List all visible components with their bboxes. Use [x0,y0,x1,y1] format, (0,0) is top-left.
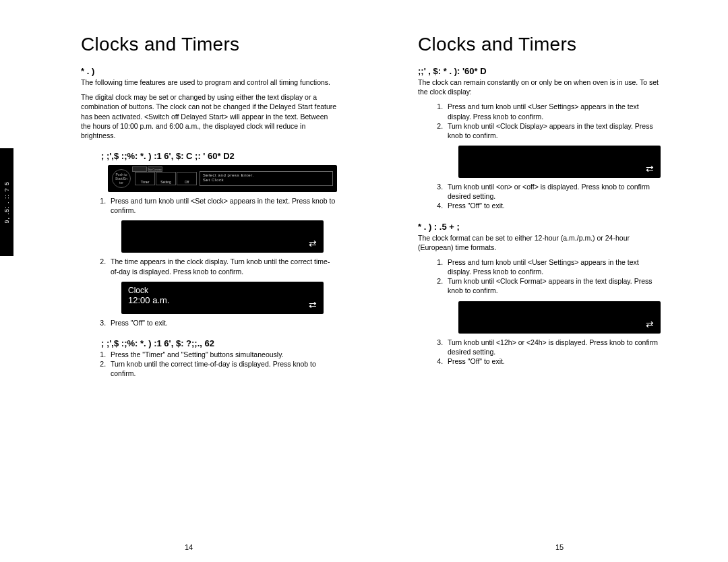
step-tf4: Press "Off" to exit. [445,356,661,366]
knob-start-enter: Push to Start/En ter [112,169,131,188]
steps-clock-display-1: Press and turn knob until <User Settings… [418,102,661,140]
page-number: 14 [185,543,193,551]
screen-line1: Select and press Enter. [203,173,330,178]
step-b1: Press the "Timer" and "Setting" buttons … [108,350,337,359]
deck-top-buttons: No Convec [132,166,162,172]
steps-set-clock-a: Press and turn knob until <Set clock> ap… [81,196,337,215]
display-blank-3: ⇄ [458,301,661,334]
page-title: Clocks and Timers [81,34,337,55]
page-left: 9, .5: . :: ? 5 Clocks and Timers * . ) … [0,0,377,562]
swap-arrows-icon: ⇄ [309,299,317,310]
step-a2: The time appears in the clock display. T… [108,257,337,276]
step-tf2: Turn knob until <Clock Format> appears i… [445,276,661,295]
deck-top-no-convec: No Convec [148,166,162,172]
steps-set-clock-a3: Press "Off" to exit. [81,318,337,327]
steps-clock-display-2: Turn knob until <on> or <off> is display… [418,182,661,211]
page-title: Clocks and Timers [418,34,661,55]
side-tab-left: 9, .5: . :: ? 5 [0,148,13,256]
step-cd4: Press "Off" to exit. [445,201,661,210]
deck-text-screen: Select and press Enter. Set Clock [200,171,333,186]
paragraph-time-format: The clock format can be set to either 12… [418,233,661,252]
display-clock-time: 12:00 a.m. [128,295,317,305]
button-off: Off [177,172,197,185]
screen-line2: Set Clock [203,178,330,183]
deck-buttons: Timer Setting Off [135,172,197,185]
step-cd3: Turn knob until <on> or <off> is display… [445,182,661,201]
step-tf1: Press and turn knob until <User Settings… [445,257,661,276]
subheading-clock-display: ;;' , $: * . ): '60* D [418,66,661,76]
display-blank-1: ⇄ [121,220,324,253]
paragraph-intro1: The following time features are used to … [81,77,337,87]
subheading-time-format: * . ) : .5 + ; [418,222,661,232]
display-clock: Clock 12:00 a.m. ⇄ [121,282,324,314]
control-panel-illustration: No Convec Push to Start/En ter Timer Set… [108,165,337,192]
steps-set-clock-b: Press the "Timer" and "Setting" buttons … [81,350,337,379]
swap-arrows-icon: ⇄ [646,163,654,174]
page-number: 15 [555,543,564,551]
button-timer: Timer [135,172,155,185]
steps-time-format-1: Press and turn knob until <User Settings… [418,257,661,296]
side-tab-text: 9, .5: . :: ? 5 [3,181,10,224]
steps-time-format-2: Turn knob until <12h> or <24h> is displa… [418,338,661,367]
steps-set-clock-a2: The time appears in the clock display. T… [81,257,337,276]
step-a1: Press and turn knob until <Set clock> ap… [108,196,337,215]
paragraph-intro2: The digital clock may be set or changed … [81,92,337,140]
swap-arrows-icon: ⇄ [309,238,317,249]
step-tf3: Turn knob until <12h> or <24h> is displa… [445,338,661,356]
subheading-set-clock-text-display: ; ;',$ :;%: *. ) :1 6', $: C ;: ' 60* D2 [101,151,337,161]
display-blank-2: ⇄ [458,146,661,178]
swap-arrows-icon: ⇄ [646,319,654,330]
step-a3: Press "Off" to exit. [108,318,337,327]
step-cd1: Press and turn knob until <User Settings… [445,102,661,121]
step-b2: Turn knob until the correct time-of-day … [108,359,337,378]
subheading-time: * . ) [81,66,337,76]
display-clock-label: Clock [128,286,317,295]
page-right: 5 ? :: . ,:5 '6 Clocks and Timers ;;' , … [377,0,728,562]
page-spread: 9, .5: . :: ? 5 Clocks and Timers * . ) … [0,0,728,562]
paragraph-clock-display: The clock can remain constantly on or on… [418,77,661,96]
deck-top-blank [132,166,147,172]
subheading-set-clock-buttons: ; ;',$ :;%: *. ) :1 6', $: ?;;., 62 [101,338,337,348]
step-cd2: Turn knob until <Clock Display> appears … [445,121,661,140]
button-setting: Setting [156,172,176,185]
